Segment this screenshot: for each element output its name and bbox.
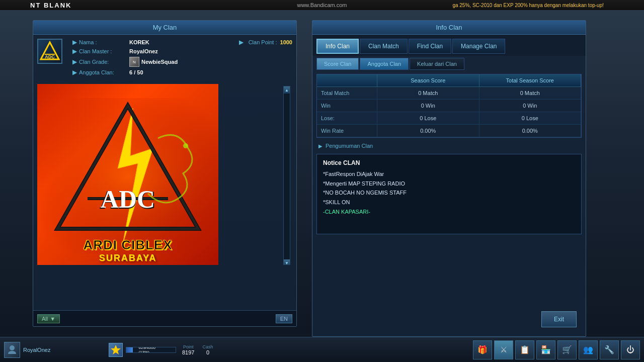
subtab-score-clan[interactable]: Score Clan [316,58,359,70]
clan-name-sub: SURABAYA [37,253,218,263]
clan-master-value: RoyalOnez [129,48,158,54]
tab-info-clan[interactable]: Info Clan [316,39,359,54]
nama-label: Nama : [79,39,129,45]
clan-info-section: ADC ▶ Nama : KOREK ▶ Clan Point : 1000 ▶… [33,35,296,82]
clan-grade-row: ▶ Clan Grade: N NewbieSquad [72,57,292,67]
members-arrow-icon: ▶ [72,69,77,76]
anggota-label: Anggota Clan: [79,69,129,75]
col-header-season: Season Score [377,74,479,86]
scroll-down-btn[interactable]: ▼ [284,259,290,265]
level-badge [109,343,123,357]
lang-button[interactable]: EN [276,314,292,323]
gift-icon[interactable]: 🎁 [473,340,492,359]
notice-header: ▶ Pengumuman Clan [312,140,586,152]
top-bar: NT BLANK www.Bandicam.com ga 25%, SC-201… [0,0,644,10]
app-title: NT BLANK [30,2,71,9]
all-label: All [42,316,48,322]
cart-icon[interactable]: 🛒 [557,340,577,359]
row-label-lose: Lose: [317,112,377,124]
friends-icon[interactable]: 👥 [579,340,598,359]
clan-name-row: ▶ Nama : KOREK ▶ Clan Point : 1000 [72,39,292,46]
row-total-win-rate: 0.00% [479,125,582,137]
anggota-value: 6 / 50 [129,69,143,75]
notice-title: Notice CLAN [323,159,575,166]
exp-bar-container: 629/4000 (13%) [126,347,176,353]
tab-find-clan[interactable]: Find Clan [409,39,451,54]
svg-point-12 [10,345,15,350]
svg-point-9 [183,143,188,148]
clan-logo-svg: ADC ADC [37,98,218,254]
subtab-keluar-clan-label: Keluar dari Clan [417,61,457,67]
settings-icon[interactable]: 🔧 [600,340,619,359]
right-panel: Info Clan Info Clan Clan Match Find Clan… [312,20,586,337]
exit-button[interactable]: Exit [541,311,577,327]
tab-manage-clan-label: Manage Clan [461,43,497,50]
cash-value: 0 [206,349,209,355]
clan-name-value: KOREK [129,39,149,45]
tab-clan-match[interactable]: Clan Match [360,39,408,54]
svg-text:ADC: ADC [45,54,55,59]
taskbar-character-name: RoyalOnez [23,347,50,353]
clan-details: ▶ Nama : KOREK ▶ Clan Point : 1000 ▶ Cla… [72,39,292,78]
notice-line-4: *SKILL ON [323,198,575,207]
master-arrow-icon: ▶ [72,48,77,55]
scroll-up-btn[interactable]: ▲ [284,86,290,94]
clan-avatar: ADC [37,39,62,64]
clan-banner: ADC ADC ARDI CIBLEX SURABAYA [37,84,218,265]
taskbar-cash-stat: Cash 0 [202,344,213,355]
subtab-keluar-clan[interactable]: Keluar dari Clan [410,58,464,70]
score-table-header: Season Score Total Season Score [317,74,581,87]
power-icon[interactable]: ⏻ [621,340,640,359]
taskbar-avatar-svg [6,344,18,356]
row-season-win: 0 Win [377,100,479,112]
clan-banner-bg: ADC ADC ARDI CIBLEX SURABAYA [37,84,218,265]
taskbar-exp-section: 629/4000 (13%) [109,343,176,357]
col-header-total: Total Season Score [479,74,582,86]
notice-line-1: *FastRespon DiAjak War [323,169,575,179]
exp-bar: 629/4000 (13%) [126,347,176,353]
notice-line-3: *NO BOCAH NO NGEMIS STAFF [323,188,575,198]
point-value: 8197 [182,349,194,355]
point-arrow-icon: ▶ [239,39,244,46]
sub-tabs: Score Clan Anggota Clan Keluar dari Clan [312,56,586,72]
right-panel-header: Info Clan [312,21,586,35]
tab-manage-clan[interactable]: Manage Clan [452,39,505,54]
promo-text: ga 25%, SC-2010 dan EXP 200% hanya denga… [452,3,604,8]
grade-arrow-icon: ▶ [72,58,77,65]
tab-find-clan-label: Find Clan [417,43,443,50]
website-url: www.Bandicam.com [297,2,347,8]
svg-text:ADC: ADC [101,185,155,213]
table-row-win: Win 0 Win 0 Win [317,100,581,112]
clan-master-row: ▶ Clan Master : RoyalOnez [72,48,292,55]
tab-info-clan-label: Info Clan [326,43,350,50]
svg-marker-13 [111,345,121,354]
table-row-win-rate: Win Rate 0.00% 0.00% [317,125,581,137]
notice-box: Notice CLAN *FastRespon DiAjak War *Meng… [316,154,582,234]
row-season-win-rate: 0.00% [377,125,479,137]
clan-name-main: ARDI CIBLEX [37,237,218,253]
taskbar-icons: 🎁 ⚔ 📋 🏪 🛒 👥 🔧 ⏻ [473,340,640,359]
clan-icon[interactable]: ⚔ [494,340,513,359]
left-panel-title: My Clan [153,24,177,31]
exp-fill [126,347,133,352]
level-icon [110,344,122,356]
clan-banner-text: ARDI CIBLEX SURABAYA [37,237,218,263]
main-tabs: Info Clan Clan Match Find Clan Manage Cl… [312,35,586,56]
clan-avatar-svg: ADC [39,40,61,62]
all-button[interactable]: All ▼ [37,314,60,323]
banner-scrollbar[interactable]: ▲ ▼ [283,86,290,265]
subtab-anggota-clan[interactable]: Anggota Clan [360,58,409,70]
notice-header-text: Pengumuman Clan [326,143,373,149]
clan-members-row: ▶ Anggota Clan: 6 / 50 [72,69,292,76]
taskbar-left: RoyalOnez [4,342,105,358]
row-season-lose: 0 Lose [377,112,479,124]
notice-line-2: *Mengerti MAP STEPING RADIO [323,179,575,189]
row-label-total-match: Total Match [317,87,377,99]
notice-line-5: -CLAN KAPASARI- [323,207,575,217]
profile-icon[interactable]: 📋 [515,340,534,359]
left-panel-header: My Clan [33,21,296,35]
row-total-win: 0 Win [479,100,582,112]
shop-icon[interactable]: 🏪 [536,340,555,359]
point-label: Point [183,344,194,349]
subtab-anggota-clan-label: Anggota Clan [367,61,401,67]
